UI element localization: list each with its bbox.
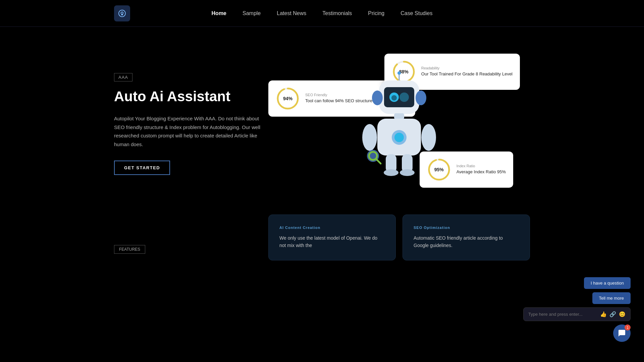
svg-point-11 [399,93,409,102]
svg-rect-17 [394,113,404,119]
like-icon[interactable]: 👍 [600,311,607,317]
hero-right: 94% SEO Friendly Tool can follow 94% SEO… [268,54,530,194]
svg-point-20 [394,133,404,142]
nav-home[interactable]: Home [212,10,226,16]
logo[interactable] [114,5,130,21]
svg-point-15 [372,90,383,105]
svg-rect-9 [384,87,414,107]
svg-point-28 [384,169,398,176]
nav-latest-news[interactable]: Latest News [277,10,306,16]
svg-point-29 [400,169,415,176]
navbar: Home Sample Latest News Testimonials Pri… [0,0,644,27]
svg-point-21 [362,124,377,151]
feature-card-ai: AI Content Creation We only use the late… [268,215,396,260]
chat-icons: 👍 🔗 😊 [600,311,626,317]
emoji-icon[interactable]: 😊 [619,311,626,317]
chat-badge: 1 [625,324,631,330]
index-info: Index Ratio Average Index Ratio 95% [457,164,506,175]
seo-circle: 94% [276,86,300,111]
nav-sample[interactable]: Sample [243,10,261,16]
svg-point-14 [397,71,401,75]
hero-description: Autopilot Your Blogging Experience With … [114,114,268,148]
chat-input-row: 👍 🔗 😊 [523,307,631,321]
seo-percent: 94% [283,96,292,101]
index-label: Index Ratio [457,164,506,168]
index-desc: Average Index Ratio 95% [457,169,506,175]
nav-case-studies[interactable]: Case Studies [400,10,432,16]
robot-figure [356,70,443,178]
seo-card-desc: Automatic SEO friendly article according… [414,234,519,249]
chat-widget: I have a question Tell me more 👍 🔗 😊 1 [523,277,631,342]
link-icon[interactable]: 🔗 [609,311,616,317]
svg-point-1 [121,13,123,15]
nav-pricing[interactable]: Pricing [368,10,384,16]
feature-cards-section: AI Content Creation We only use the late… [114,215,530,260]
svg-line-25 [376,159,381,164]
question-button[interactable]: I have a question [584,277,631,289]
hero-left: AAA Auto Ai Assistant Autopilot Your Blo… [114,73,268,175]
ai-card-desc: We only use the latest model of Openai. … [279,234,385,249]
features-badge: FEATURES [114,245,145,254]
get-started-button[interactable]: GET STARTED [114,161,170,175]
svg-point-16 [416,90,426,105]
hero-title: Auto Ai Assistant [114,88,268,105]
tell-more-button[interactable]: Tell me more [592,292,631,304]
readability-label: Readability [421,66,513,70]
ai-card-label: AI Content Creation [279,226,385,230]
chat-launcher-button[interactable]: 1 [613,324,631,342]
logo-icon [114,5,130,21]
nav-links: Home Sample Latest News Testimonials Pri… [212,10,433,16]
nav-testimonials[interactable]: Testimonials [322,10,352,16]
svg-point-22 [421,124,436,151]
seo-card-label: SEO Optimization [414,226,519,230]
chat-input[interactable] [528,312,597,317]
feature-card-seo: SEO Optimization Automatic SEO friendly … [402,215,530,260]
hero-section: AAA Auto Ai Assistant Autopilot Your Blo… [0,27,644,215]
svg-point-12 [391,95,397,101]
aaa-badge: AAA [114,73,132,81]
